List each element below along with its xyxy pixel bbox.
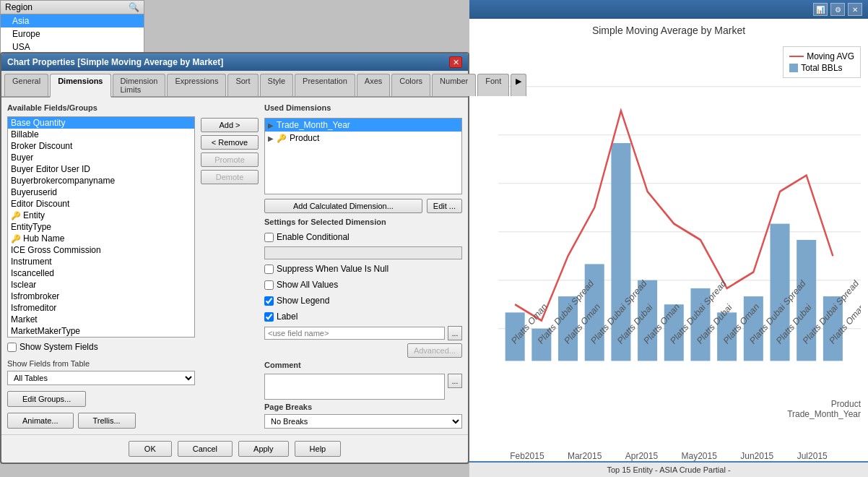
field-item-buyerbrokercompanyname[interactable]: Buyerbrokercompanyname: [8, 175, 194, 186]
field-item-buyer[interactable]: Buyer: [8, 152, 194, 163]
demote-button[interactable]: Demote: [201, 170, 259, 184]
field-item-iscancelled[interactable]: Iscancelled: [8, 267, 194, 279]
show-legend-checkbox[interactable]: [264, 296, 274, 306]
enable-conditional-label: Enable Conditional: [277, 232, 350, 242]
tab-colors[interactable]: Colors: [391, 74, 430, 96]
tab-expressions[interactable]: Expressions: [167, 74, 226, 96]
tab-dimension-limits[interactable]: Dimension Limits: [113, 74, 166, 96]
tab-font[interactable]: Font: [477, 74, 509, 96]
apply-button[interactable]: Apply: [238, 441, 289, 457]
dialog-close-button[interactable]: ✕: [449, 56, 462, 68]
show-system-checkbox[interactable]: [7, 343, 17, 352]
suppress-null-row: Suppress When Value Is Null: [264, 262, 462, 275]
show-fields-select[interactable]: All Tables: [7, 371, 195, 385]
cancel-button[interactable]: Cancel: [178, 441, 233, 457]
comment-ellipsis-button[interactable]: ...: [448, 374, 462, 388]
field-item-buyeruserid[interactable]: Buyeruserid: [8, 186, 194, 198]
field-item-marketmakertype[interactable]: MarketMakerType: [8, 325, 194, 337]
used-dim-trade-month-year[interactable]: ▶Trade_Month_Year: [265, 119, 461, 132]
remove-button[interactable]: < Remove: [201, 135, 259, 150]
comment-label: Comment: [264, 361, 462, 369]
fields-listbox[interactable]: Base QuantityBillableBroker DiscountBuye…: [7, 116, 195, 338]
chart-area: 📊 ⚙ ✕ Simple Moving Average by Market Mo…: [469, 0, 868, 477]
help-button[interactable]: Help: [295, 441, 342, 457]
field-label: ICE Gross Commission: [11, 245, 101, 255]
edit-button[interactable]: Edit ...: [427, 199, 462, 213]
tab-sort[interactable]: Sort: [227, 74, 258, 96]
left-panel: Available Fields/Groups Base QuantityBil…: [7, 103, 195, 429]
show-system-row: Show System Fields: [7, 340, 195, 353]
page-breaks-row: Page Breaks No BreaksBeforeAfterBefore a…: [264, 403, 462, 429]
label-checkbox[interactable]: [264, 312, 274, 322]
edit-groups-button[interactable]: Edit Groups...: [7, 391, 86, 407]
key-icon: 🔑: [277, 134, 287, 143]
middle-panel: Add > < Remove Promote Demote: [201, 103, 259, 429]
field-label: EntityType: [11, 222, 51, 232]
chart-icon-2[interactable]: ⚙: [830, 3, 845, 16]
chart-properties-dialog: Chart Properties [Simple Moving Average …: [0, 52, 469, 464]
field-item-entity[interactable]: 🔑Entity: [8, 210, 194, 221]
tab-style[interactable]: Style: [260, 74, 293, 96]
animate-button[interactable]: Animate...: [7, 413, 74, 429]
enable-conditional-checkbox[interactable]: [264, 233, 274, 242]
field-item-ice-gross-commission[interactable]: ICE Gross Commission: [8, 244, 194, 256]
key-icon: 🔑: [11, 234, 21, 244]
suppress-null-checkbox[interactable]: [264, 265, 274, 274]
chart-legend: Moving AVG Total BBLs: [783, 46, 861, 78]
used-dimensions-box[interactable]: ▶Trade_Month_Year▶🔑Product: [264, 118, 462, 194]
chart-icon-3[interactable]: ✕: [848, 3, 862, 16]
fields-label: Available Fields/Groups: [7, 103, 195, 112]
tab-presentation[interactable]: Presentation: [295, 74, 355, 96]
label-ellipsis-button[interactable]: ...: [448, 326, 462, 340]
field-item-billable[interactable]: Billable: [8, 129, 194, 140]
chart-icon-1[interactable]: 📊: [813, 3, 828, 16]
field-item-hub-name[interactable]: 🔑Hub Name: [8, 233, 194, 244]
page-breaks-label: Page Breaks: [264, 403, 462, 411]
key-icon: 🔑: [11, 211, 21, 220]
field-label: Billable: [11, 129, 39, 139]
label-input[interactable]: [264, 327, 445, 340]
tab-more-button[interactable]: ▶: [511, 74, 526, 96]
ok-button[interactable]: OK: [129, 441, 172, 457]
tab-bar: GeneralDimensionsDimension LimitsExpress…: [1, 71, 468, 98]
field-label: Iscancelled: [11, 268, 54, 278]
field-label: Isclear: [11, 280, 36, 290]
field-item-isclear[interactable]: Isclear: [8, 279, 194, 291]
tab-axes[interactable]: Axes: [357, 74, 390, 96]
trellis-button[interactable]: Trellis...: [78, 413, 136, 429]
page-breaks-select[interactable]: No BreaksBeforeAfterBefore and After: [264, 414, 462, 429]
field-label: Isfrombroker: [11, 291, 59, 301]
region-item-europe[interactable]: Europe: [1, 27, 144, 40]
show-all-values-checkbox[interactable]: [264, 280, 274, 290]
tab-number[interactable]: Number: [432, 74, 476, 96]
field-label: Hub Name: [23, 233, 64, 244]
field-label: Entity: [23, 210, 45, 220]
field-label: Buyer Editor User ID: [11, 164, 90, 174]
field-item-buyer-editor-user-id[interactable]: Buyer Editor User ID: [8, 163, 194, 175]
region-search-icon[interactable]: 🔍: [129, 2, 139, 12]
comment-textarea[interactable]: [264, 374, 445, 400]
region-item-asia[interactable]: Asia: [1, 14, 144, 27]
field-item-base-quantity[interactable]: Base Quantity: [8, 117, 194, 129]
field-item-isfrombroker[interactable]: Isfrombroker: [8, 291, 194, 302]
field-item-editor-discount[interactable]: Editor Discount: [8, 198, 194, 210]
field-item-broker-discount[interactable]: Broker Discount: [8, 140, 194, 152]
dialog-titlebar: Chart Properties [Simple Moving Average …: [1, 53, 468, 71]
tab-dimensions[interactable]: Dimensions: [50, 74, 110, 98]
tab-general[interactable]: General: [4, 74, 48, 96]
field-item-entitytype[interactable]: EntityType: [8, 221, 194, 233]
show-legend-label: Show Legend: [277, 296, 329, 306]
add-button[interactable]: Add >: [201, 118, 259, 132]
expand-icon: ▶: [268, 134, 274, 142]
advanced-button[interactable]: Advanced...: [407, 343, 462, 358]
dialog-footer: OK Cancel Apply Help: [1, 434, 468, 463]
field-item-isfromeditor[interactable]: Isfromeditor: [8, 302, 194, 314]
field-item-market[interactable]: Market: [8, 314, 194, 325]
field-item-instrument[interactable]: Instrument: [8, 256, 194, 267]
add-calculated-button[interactable]: Add Calculated Dimension...: [264, 199, 422, 213]
right-panel: Used Dimensions ▶Trade_Month_Year▶🔑Produ…: [264, 103, 462, 429]
promote-button[interactable]: Promote: [201, 152, 259, 167]
axis-label-trade-month: Trade_Month_Year: [787, 409, 861, 419]
used-dim-product[interactable]: ▶🔑Product: [265, 132, 461, 145]
conditional-input[interactable]: [264, 246, 462, 259]
